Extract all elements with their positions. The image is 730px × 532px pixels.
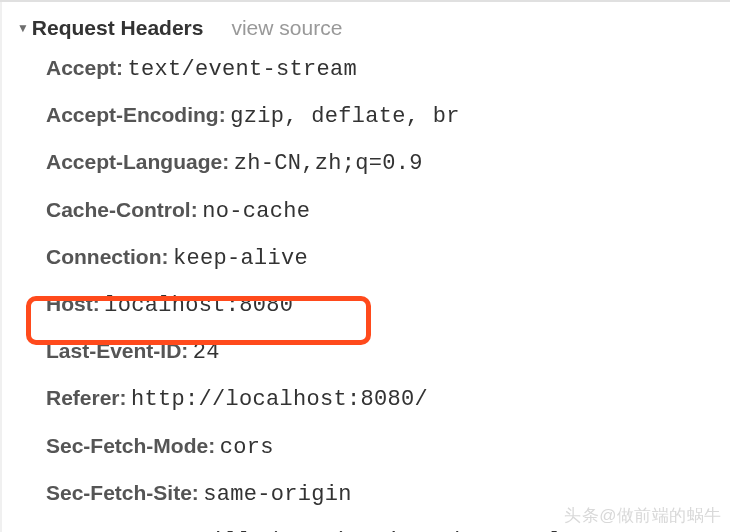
header-value: gzip, deflate, br xyxy=(230,104,460,129)
headers-list: Accept: text/event-stream Accept-Encodin… xyxy=(26,44,730,532)
header-value: text/event-stream xyxy=(127,57,357,82)
section-header[interactable]: ▼ Request Headers view source xyxy=(16,10,730,44)
header-row: Sec-Fetch-Mode: cors xyxy=(46,424,730,471)
header-row: Connection: keep-alive xyxy=(46,235,730,282)
header-name: Last-Event-ID: xyxy=(46,339,188,362)
header-row-highlighted: Last-Event-ID: 24 xyxy=(46,329,730,376)
header-row: Accept-Encoding: gzip, deflate, br xyxy=(46,93,730,140)
header-row: Accept: text/event-stream xyxy=(46,46,730,93)
header-value: no-cache xyxy=(202,199,310,224)
header-value: keep-alive xyxy=(173,246,308,271)
header-row: Accept-Language: zh-CN,zh;q=0.9 xyxy=(46,140,730,187)
header-row: Referer: http://localhost:8080/ xyxy=(46,376,730,423)
header-name: Sec-Fetch-Mode: xyxy=(46,434,215,457)
header-name: Referer: xyxy=(46,386,127,409)
header-name: User-Agent: xyxy=(46,528,166,532)
collapse-triangle-icon[interactable]: ▼ xyxy=(17,21,29,35)
header-name: Cache-Control: xyxy=(46,198,198,221)
header-name: Accept-Language: xyxy=(46,150,229,173)
header-name: Sec-Fetch-Site: xyxy=(46,481,199,504)
header-name: Accept-Encoding: xyxy=(46,103,226,126)
headers-panel: ▼ Request Headers view source Accept: te… xyxy=(0,2,730,532)
view-source-link[interactable]: view source xyxy=(231,16,342,40)
header-value: 24 xyxy=(193,340,220,365)
header-value: zh-CN,zh;q=0.9 xyxy=(234,151,423,176)
header-value: same-origin xyxy=(203,482,352,507)
header-value: localhost:8080 xyxy=(104,293,293,318)
watermark: 头条@做前端的蜗牛 xyxy=(564,504,722,527)
header-value: http://localhost:8080/ xyxy=(131,387,428,412)
header-name: Accept: xyxy=(46,56,123,79)
header-name: Host: xyxy=(46,292,100,315)
section-title: Request Headers xyxy=(32,16,204,40)
header-name: Connection: xyxy=(46,245,168,268)
header-row: Cache-Control: no-cache xyxy=(46,188,730,235)
header-row: Host: localhost:8080 xyxy=(46,282,730,329)
header-value: cors xyxy=(220,435,274,460)
